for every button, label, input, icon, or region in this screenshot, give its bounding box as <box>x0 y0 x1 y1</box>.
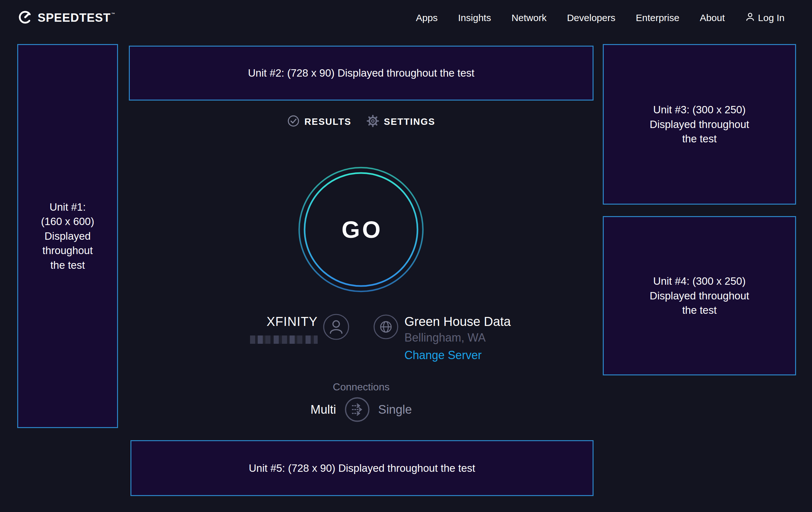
provider-row: XFINITY Green House Data Bellingham, WA … <box>129 311 593 378</box>
connections-single-option[interactable]: Single <box>378 403 412 416</box>
nav-item-insights[interactable]: Insights <box>458 12 491 23</box>
person-icon <box>745 12 755 24</box>
go-label: GO <box>297 166 425 293</box>
results-tab-label: RESULTS <box>304 116 351 127</box>
ad-unit-5: Unit #5: (728 x 90) Displayed throughout… <box>130 440 593 496</box>
speedtest-logo[interactable]: SPEEDTEST™ <box>17 9 115 27</box>
server-block: Green House Data Bellingham, WA Change S… <box>404 311 511 364</box>
brand-name: SPEEDTEST <box>38 11 111 25</box>
nav-item-about[interactable]: About <box>700 12 725 23</box>
server-location: Bellingham, WA <box>404 329 511 346</box>
login-label: Log In <box>758 12 785 23</box>
tabs-row: RESULTS <box>129 114 593 129</box>
trademark-mark: ™ <box>111 12 115 16</box>
isp-block: XFINITY <box>250 311 318 344</box>
nav-item-enterprise[interactable]: Enterprise <box>636 12 679 23</box>
login-button[interactable]: Log In <box>745 12 785 24</box>
main-nav: Apps Insights Network Developers Enterpr… <box>416 12 785 24</box>
ad-unit-1: Unit #1: (160 x 600) Displayed throughou… <box>17 44 118 428</box>
isp-name: XFINITY <box>250 314 318 329</box>
settings-tab-label: SETTINGS <box>384 116 435 127</box>
globe-icon <box>373 314 399 341</box>
server-name: Green House Data <box>404 314 511 329</box>
nav-item-developers[interactable]: Developers <box>567 12 615 23</box>
multi-connection-icon[interactable] <box>344 397 370 422</box>
go-button[interactable]: GO <box>297 166 425 293</box>
connections-multi-option[interactable]: Multi <box>311 403 336 416</box>
header: SPEEDTEST™ Apps Insights Network Develop… <box>0 0 812 36</box>
connections-label: Connections <box>129 380 593 393</box>
ad-unit-2: Unit #2: (728 x 90) Displayed throughout… <box>129 46 593 101</box>
ad-unit-4: Unit #4: (300 x 250) Displayed throughou… <box>603 216 796 375</box>
tab-results[interactable]: RESULTS <box>287 115 351 129</box>
connections-row: Multi Single <box>129 396 593 423</box>
ad-unit-3: Unit #3: (300 x 250) Displayed throughou… <box>603 44 796 205</box>
gauge-icon <box>17 9 33 27</box>
nav-item-network[interactable]: Network <box>512 12 547 23</box>
tab-settings[interactable]: SETTINGS <box>366 114 435 129</box>
nav-item-apps[interactable]: Apps <box>416 12 438 23</box>
redacted-ip <box>250 335 318 344</box>
speedtest-page: SPEEDTEST™ Apps Insights Network Develop… <box>0 0 812 512</box>
change-server-link[interactable]: Change Server <box>404 346 511 364</box>
user-icon <box>323 314 350 342</box>
check-circle-icon <box>287 115 300 129</box>
gear-icon <box>366 114 379 129</box>
